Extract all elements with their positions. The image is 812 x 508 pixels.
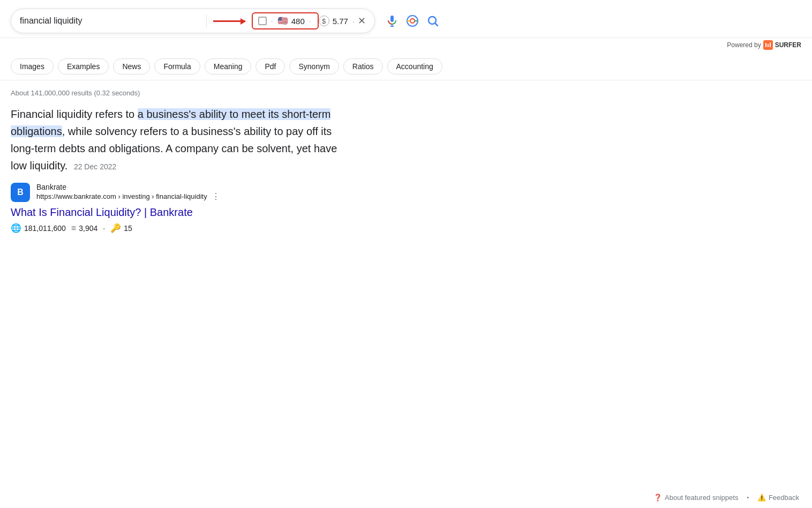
svg-point-4 xyxy=(410,19,415,23)
surfer-icon xyxy=(763,40,773,50)
snippet-text-line3: low liquidity. xyxy=(11,160,67,171)
filter-tabs-row: Images Examples News Formula Meaning Pdf… xyxy=(0,53,812,80)
svg-rect-9 xyxy=(765,43,766,47)
clear-search-button[interactable]: ✕ xyxy=(358,15,366,27)
search-badge-box[interactable]: · 🇺🇸 480 · xyxy=(252,12,319,29)
tab-meaning[interactable]: Meaning xyxy=(205,58,252,74)
flag-icon: 🇺🇸 xyxy=(277,16,288,26)
source-url: https://www.bankrate.com › investing › f… xyxy=(36,191,801,201)
surfer-logo: SURFER xyxy=(763,40,801,50)
result-link[interactable]: What Is Financial Liquidity? | Bankrate xyxy=(11,206,801,219)
stat-value-1: 181,011,600 xyxy=(24,224,66,233)
svg-line-8 xyxy=(435,24,438,26)
source-card: B Bankrate https://www.bankrate.com › in… xyxy=(11,183,801,202)
surfer-brand-label: SURFER xyxy=(775,41,801,49)
stat-value-2: 3,904 xyxy=(79,224,97,233)
tab-examples[interactable]: Examples xyxy=(58,58,109,74)
globe-icon: 🌐 xyxy=(11,223,21,233)
powered-by-bar: Powered by SURFER xyxy=(0,38,812,53)
red-arrow-icon xyxy=(213,20,247,22)
key-icon: 🔑 xyxy=(110,223,121,233)
microphone-icon[interactable] xyxy=(386,14,399,27)
tab-formula[interactable]: Formula xyxy=(154,58,200,74)
dollar-dot: · xyxy=(352,17,355,26)
tab-pdf[interactable]: Pdf xyxy=(255,58,285,74)
search-submit-icon[interactable] xyxy=(426,14,439,27)
dollar-icon: $ xyxy=(319,16,329,26)
stat-value-3: 15 xyxy=(124,224,132,233)
snippet-highlighted-2: obligations xyxy=(11,125,62,137)
svg-rect-0 xyxy=(390,16,394,22)
svg-rect-11 xyxy=(770,42,771,47)
tab-synonym[interactable]: Synonym xyxy=(289,58,339,74)
tab-accounting[interactable]: Accounting xyxy=(387,58,442,74)
source-url-text: https://www.bankrate.com › investing › f… xyxy=(36,192,207,200)
svg-rect-10 xyxy=(768,44,769,47)
search-input-container[interactable]: financial liquidity · 🇺🇸 480 · $ 5.77 · … xyxy=(11,9,375,33)
stat-separator: · xyxy=(103,224,105,233)
search-input-text: financial liquidity xyxy=(20,16,200,26)
powered-by-label: Powered by xyxy=(727,41,761,49)
search-divider xyxy=(206,14,207,27)
snippet-date: 22 Dec 2022 xyxy=(74,162,116,171)
search-bar-area: financial liquidity · 🇺🇸 480 · $ 5.77 · … xyxy=(0,0,812,38)
dollar-value: 5.77 xyxy=(333,17,348,26)
source-name: Bankrate xyxy=(36,183,801,191)
stat-item-1: 🌐 181,011,600 xyxy=(11,223,66,233)
search-icons-right xyxy=(386,14,439,27)
checkbox-icon xyxy=(258,17,267,25)
source-info: Bankrate https://www.bankrate.com › inve… xyxy=(36,183,801,201)
more-options-button[interactable]: ⋮ xyxy=(212,191,220,201)
snippet-text-line2: long-term debts and obligations. A compa… xyxy=(11,143,337,154)
badge-count: 480 xyxy=(291,17,305,26)
stat-item-3: 🔑 15 xyxy=(110,223,132,233)
tab-news[interactable]: News xyxy=(113,58,150,74)
snippet-text-after: , while solvency refers to a business's … xyxy=(62,125,332,137)
snippet-text-before: Financial liquidity refers to xyxy=(11,108,138,120)
stats-row: 🌐 181,011,600 ≡ 3,904 · 🔑 15 xyxy=(11,223,801,233)
source-favicon: B xyxy=(11,183,30,202)
arrow-badge-group: · 🇺🇸 480 · xyxy=(213,12,319,29)
results-area: About 141,000,000 results (0.32 seconds)… xyxy=(0,80,812,242)
stat-item-2: ≡ 3,904 xyxy=(71,223,97,233)
tab-images[interactable]: Images xyxy=(11,58,54,74)
badge-dot-1: · xyxy=(271,17,273,25)
snippet-highlighted-1: a business's ability to meet its short-t… xyxy=(138,108,331,120)
camera-search-icon[interactable] xyxy=(406,14,419,27)
featured-snippet: Financial liquidity refers to a business… xyxy=(11,106,450,174)
lines-icon: ≡ xyxy=(71,223,76,233)
dollar-section: $ 5.77 · xyxy=(319,16,356,26)
results-count: About 141,000,000 results (0.32 seconds) xyxy=(11,89,801,97)
tab-ratios[interactable]: Ratios xyxy=(343,58,383,74)
badge-dot-2: · xyxy=(309,17,311,25)
